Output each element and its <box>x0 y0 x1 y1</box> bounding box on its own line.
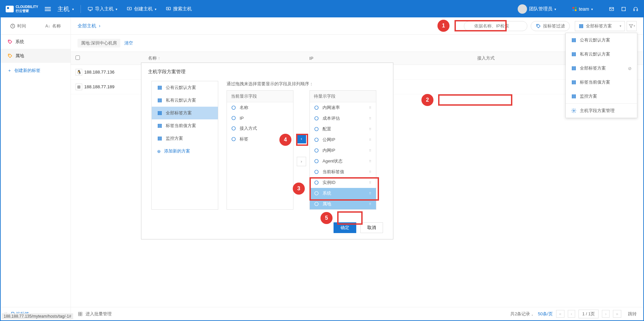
dropdown-item[interactable]: 监控方案 <box>566 89 637 103</box>
field-item[interactable]: 配置⠿ <box>310 124 376 134</box>
footer: 进入批量管理 共2条记录， 50条/页 « ‹ 1 / 1页 › » 跳转 <box>71 307 643 320</box>
sidebar-tabs: 时间 A↓ 名称 <box>1 17 71 35</box>
team-menu[interactable]: team ▾ <box>572 6 593 12</box>
page-size-select[interactable]: 50条/页 <box>538 311 552 317</box>
tab-time[interactable]: 时间 <box>1 17 36 34</box>
monitor-plus-icon <box>127 6 132 12</box>
svg-rect-33 <box>572 82 576 83</box>
svg-rect-23 <box>572 38 576 39</box>
dropdown-manage-schemes[interactable]: 主机字段方案管理 <box>566 104 637 118</box>
tag-icon <box>536 23 541 29</box>
svg-rect-49 <box>158 125 162 126</box>
svg-rect-19 <box>579 24 583 25</box>
field-item[interactable]: 系统⠿ <box>310 188 376 199</box>
last-page-button[interactable]: » <box>613 310 621 318</box>
search-input[interactable] <box>464 21 527 31</box>
move-right-button[interactable]: › <box>297 157 306 166</box>
dropdown-item[interactable]: 公有云默认方案 <box>566 33 637 47</box>
callout-badge-1: 1 <box>437 20 449 32</box>
scheme-item[interactable]: 私有云默认方案 <box>152 94 218 107</box>
field-icon <box>314 126 319 132</box>
svg-rect-29 <box>572 67 576 67</box>
cancel-button[interactable]: 取消 <box>360 222 383 233</box>
scheme-item[interactable]: 监控方案 <box>152 132 218 145</box>
col-access[interactable]: 接入方式 <box>399 55 573 61</box>
field-item[interactable]: 内网IP⠿ <box>310 145 376 156</box>
next-page-button[interactable]: › <box>602 310 609 318</box>
field-icon <box>314 158 319 164</box>
create-host-button[interactable]: 创建主机 ▾ <box>127 6 156 12</box>
search-host-button[interactable]: 搜索主机 <box>166 6 192 12</box>
create-tag-button[interactable]: ＋ 创建新的标签 <box>1 63 71 78</box>
field-item[interactable]: 成本评估⠿ <box>310 113 376 124</box>
ok-button[interactable]: 确定 <box>334 222 356 233</box>
toolbar: 全部主机 › 按标签过滤 全部标签方案 ▾ ▾ <box>71 17 643 35</box>
record-count: 共2条记录， <box>510 311 534 317</box>
separator <box>81 5 81 13</box>
tab-name[interactable]: A↓ 名称 <box>36 17 71 34</box>
scheme-item[interactable]: 标签当前值方案 <box>152 119 218 132</box>
move-left-button[interactable]: ‹ <box>297 134 306 143</box>
field-item[interactable]: 实例ID⠿ <box>310 177 376 188</box>
svg-point-18 <box>537 25 538 25</box>
dropdown-item[interactable]: 私有云默认方案 <box>566 47 637 61</box>
sidebar-tag-item[interactable]: 系统 <box>1 35 71 49</box>
headset-icon[interactable] <box>633 6 638 12</box>
svg-point-54 <box>232 106 236 110</box>
dropdown-item[interactable]: 全部标签方案⊘ <box>566 61 637 75</box>
list-icon <box>571 37 576 43</box>
jump-label[interactable]: 跳转 <box>628 311 637 317</box>
svg-point-7 <box>168 8 169 9</box>
col-ip[interactable]: IP <box>224 56 399 61</box>
svg-point-56 <box>232 127 236 130</box>
chevron-down-icon: ▾ <box>72 7 74 11</box>
chevron-left-icon: ‹ <box>301 136 302 141</box>
field-item[interactable]: Agent状态⠿ <box>310 156 376 167</box>
import-host-button[interactable]: 导入主机 ▾ <box>88 6 117 12</box>
first-page-button[interactable]: « <box>556 310 564 318</box>
drag-handle-icon: ⠿ <box>369 106 372 110</box>
select-all-checkbox[interactable] <box>76 56 80 60</box>
col-name[interactable]: 名称 ↑ <box>84 55 224 61</box>
svg-rect-31 <box>572 69 576 70</box>
scheme-select[interactable]: 全部标签方案 ▾ <box>575 21 625 31</box>
logo[interactable]: CLOUDBILITY 行云管家 <box>6 5 38 13</box>
field-item[interactable]: IP <box>227 113 293 123</box>
field-item[interactable]: 内网速率⠿ <box>310 102 376 113</box>
scheme-list: 公有云默认方案私有云默认方案全部标签方案标签当前值方案监控方案 ⊕ 添加新的方案 <box>151 81 218 210</box>
field-item[interactable]: 公网IP⠿ <box>310 134 376 145</box>
clear-filters[interactable]: 清空 <box>124 40 133 46</box>
logo-text: CLOUDBILITY <box>16 5 38 9</box>
field-item[interactable]: 属地⠿ <box>310 199 376 209</box>
breadcrumb[interactable]: 全部主机 › <box>78 23 100 29</box>
enter-batch-link[interactable]: 进入批量管理 <box>86 311 112 317</box>
filter-icon-button[interactable]: ▾ <box>627 21 637 31</box>
field-item[interactable]: 接入方式 <box>227 123 293 134</box>
mail-icon[interactable] <box>609 6 614 12</box>
prev-page-button[interactable]: ‹ <box>568 310 575 318</box>
dropdown-item[interactable]: 标签当前值方案 <box>566 75 637 89</box>
chevron-down-icon: ▾ <box>591 7 593 11</box>
page-title[interactable]: 主机 ▾ <box>57 5 74 13</box>
filter-by-tag-button[interactable]: 按标签过滤 <box>531 21 570 31</box>
hamburger-icon[interactable] <box>45 6 51 12</box>
list-icon <box>157 110 162 116</box>
page-info: 1 / 1页 <box>578 310 599 318</box>
field-item[interactable]: 名称 <box>227 102 293 113</box>
funnel-icon <box>628 23 634 29</box>
list-icon <box>578 23 584 29</box>
add-scheme-button[interactable]: ⊕ 添加新的方案 <box>152 145 218 157</box>
svg-point-15 <box>9 55 9 55</box>
user-menu[interactable]: 团队管理员 ▾ <box>518 4 556 14</box>
expand-icon[interactable] <box>621 6 626 12</box>
field-item[interactable]: 当前标签值⠿ <box>310 167 376 177</box>
svg-rect-35 <box>572 95 576 95</box>
svg-point-14 <box>9 41 9 41</box>
svg-rect-37 <box>572 97 576 98</box>
svg-rect-34 <box>572 83 576 84</box>
filter-chip[interactable]: 属地:深圳中心机房 <box>78 39 120 47</box>
scheme-item[interactable]: 公有云默认方案 <box>152 81 218 94</box>
sidebar-tag-item[interactable]: 属地 <box>1 49 71 63</box>
scheme-item[interactable]: 全部标签方案 <box>152 107 218 119</box>
plus-icon: ＋ <box>7 68 12 74</box>
